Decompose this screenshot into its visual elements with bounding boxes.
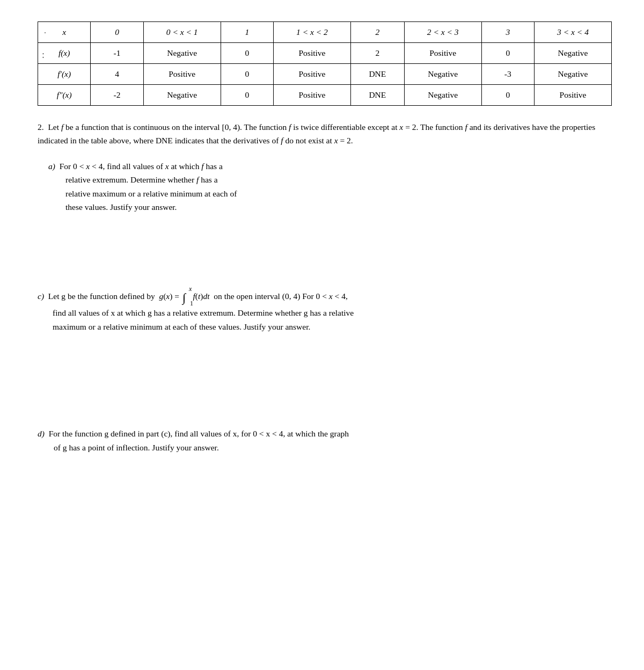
cell-fppx-1: 0 (221, 85, 273, 106)
cell-fpx-1-2: Positive (273, 64, 350, 85)
problem-2-intro: 2. Let f be a function that is continuou… (38, 121, 612, 148)
cell-fx-label: f(x) (38, 43, 91, 64)
cell-fpx-2-3: Negative (404, 64, 481, 85)
cell-fx-2: 2 (350, 43, 404, 64)
part-c-text2: find all values of x at which g has a re… (53, 306, 612, 333)
header-0: 0 (91, 22, 143, 43)
cell-fppx-2: DNE (350, 85, 404, 106)
cell-fx-0: -1 (91, 43, 143, 64)
cell-fpx-3: -3 (481, 64, 534, 85)
cell-fx-0-1: Negative (143, 43, 221, 64)
header-0-1: 0 < x < 1 (143, 22, 221, 43)
cell-fppx-0: -2 (91, 85, 143, 106)
page-wrapper: . : x 0 0 < x < 1 1 1 < x < 2 2 2 < x < … (38, 21, 612, 454)
top-marker: . (44, 26, 46, 35)
page-content: x 0 0 < x < 1 1 1 < x < 2 2 2 < x < 3 3 … (38, 21, 612, 454)
cell-fppx-1-2: Positive (273, 85, 350, 106)
part-c-text: c) Let g be the function defined by g(x)… (38, 289, 612, 304)
problem-part-d: d) For the function g defined in part (c… (38, 427, 612, 454)
table-row-fpx: f′(x) 4 Positive 0 Positive DNE Negative… (38, 64, 612, 85)
cell-fppx-label: f″(x) (38, 85, 91, 106)
cell-fpx-3-4: Negative (534, 64, 611, 85)
cell-fx-1: 0 (221, 43, 273, 64)
cell-fx-2-3: Positive (404, 43, 481, 64)
header-3: 3 (481, 22, 534, 43)
cell-fppx-0-1: Negative (143, 85, 221, 106)
cell-fx-1-2: Positive (273, 43, 350, 64)
header-3-4: 3 < x < 4 (534, 22, 611, 43)
cell-fpx-0: 4 (91, 64, 143, 85)
header-1: 1 (221, 22, 273, 43)
table-row-fppx: f″(x) -2 Negative 0 Positive DNE Negativ… (38, 85, 612, 106)
header-2-3: 2 < x < 3 (404, 22, 481, 43)
header-2: 2 (350, 22, 404, 43)
cell-fpx-1: 0 (221, 64, 273, 85)
part-c-answer-space (38, 341, 612, 427)
cell-fppx-3: 0 (481, 85, 534, 106)
problem-part-a: a) For 0 < x < 4, find all values of x a… (38, 159, 612, 214)
cell-fx-3: 0 (481, 43, 534, 64)
second-marker: : (42, 49, 45, 61)
cell-fx-3-4: Negative (534, 43, 611, 64)
table-header-row: x 0 0 < x < 1 1 1 < x < 2 2 2 < x < 3 3 … (38, 22, 612, 43)
cell-fppx-2-3: Negative (404, 85, 481, 106)
cell-fppx-3-4: Positive (534, 85, 611, 106)
header-1-2: 1 < x < 2 (273, 22, 350, 43)
part-d-text: d) For the function g defined in part (c… (38, 427, 612, 454)
cell-fpx-label: f′(x) (38, 64, 91, 85)
table-row-fx: f(x) -1 Negative 0 Positive 2 Positive 0… (38, 43, 612, 64)
problem-part-c: c) Let g be the function defined by g(x)… (38, 289, 612, 333)
cell-fpx-2: DNE (350, 64, 404, 85)
cell-fpx-0-1: Positive (143, 64, 221, 85)
part-a-text: a) For 0 < x < 4, find all values of x a… (38, 159, 612, 214)
properties-table: x 0 0 < x < 1 1 1 < x < 2 2 2 < x < 3 3 … (38, 21, 612, 106)
problem-2-intro-text: 2. Let f be a function that is continuou… (38, 121, 612, 148)
part-a-answer-space (38, 225, 612, 289)
